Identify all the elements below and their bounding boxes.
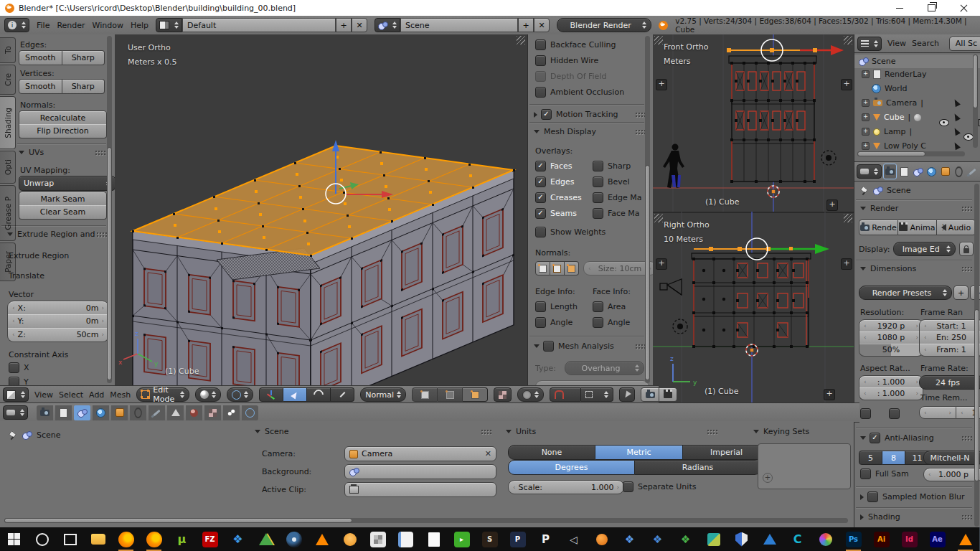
vertex-normals-toggle[interactable] — [535, 261, 550, 276]
delete-scene-button[interactable]: ✕ — [534, 18, 550, 32]
operator-panel-header[interactable]: Extrude Region and — [7, 230, 106, 239]
faces-checkbox[interactable]: Faces — [535, 161, 573, 171]
analysis-type-menu[interactable]: Overhang — [565, 361, 644, 375]
panel-grip[interactable] — [961, 435, 972, 441]
tab-render[interactable] — [883, 164, 897, 179]
panel-grip[interactable] — [635, 344, 646, 349]
task-view-button[interactable] — [56, 527, 84, 551]
tab-constraints[interactable] — [130, 405, 146, 420]
units-metric-button[interactable]: Metric — [595, 445, 683, 460]
resolution-y-field[interactable]: ‹1080 p› — [859, 331, 923, 344]
animation-button[interactable]: Anima — [898, 220, 937, 235]
panel-grip[interactable] — [95, 150, 105, 156]
show-weights-checkbox[interactable]: Show Weights — [535, 227, 606, 237]
editor-type-button[interactable] — [4, 18, 29, 32]
render-panel-header[interactable]: Render — [860, 204, 972, 213]
tab-world[interactable] — [925, 164, 938, 179]
expand-icon[interactable] — [862, 142, 870, 150]
editor-type-button[interactable] — [3, 405, 28, 420]
face-marks-checkbox[interactable]: Face Ma — [593, 208, 640, 219]
antialiasing-checkbox[interactable] — [870, 433, 880, 443]
scene-panel-header[interactable]: Scene — [255, 427, 491, 436]
filter-size-field[interactable]: ‹1.000 p› — [923, 468, 980, 481]
time-old-field[interactable]: ‹› — [919, 406, 956, 419]
bevel-checkbox[interactable]: Bevel — [593, 176, 630, 187]
opengl-animation-button[interactable] — [659, 387, 677, 402]
viewport-main[interactable]: x y z — [115, 34, 527, 385]
menu-view[interactable]: View — [34, 390, 53, 400]
limit-to-visible-toggle[interactable] — [494, 387, 512, 402]
unwrap-menu[interactable]: Unwrap — [19, 176, 116, 191]
outliner-row-cube[interactable]: Cube| — [862, 113, 921, 122]
restore-button[interactable] — [915, 0, 948, 16]
motion-blur-checkbox[interactable] — [867, 491, 878, 502]
tab-create[interactable]: Cre — [0, 65, 16, 95]
vector-y-field[interactable]: ‹Y:0m› — [7, 314, 109, 329]
tab-scene[interactable] — [912, 164, 924, 179]
expand-region-button[interactable]: + — [841, 79, 852, 90]
vector-x-field[interactable]: ‹X:0m› — [7, 301, 109, 316]
ambient-occlusion-checkbox[interactable]: Ambient Occlusion — [535, 87, 624, 98]
clear-seam-button[interactable]: Clear Seam — [19, 205, 107, 220]
illustrator-icon[interactable]: Ai — [867, 527, 895, 551]
frame-end-field[interactable]: ‹En: 250› — [919, 331, 980, 344]
panel-grip[interactable] — [707, 429, 717, 435]
display-mode-select[interactable]: All Sc — [949, 37, 980, 51]
panel-grip[interactable] — [635, 112, 646, 118]
keying-sets-list[interactable]: + — [758, 443, 851, 489]
seams-checkbox[interactable]: Seams — [535, 208, 577, 219]
manipulator-toggle[interactable] — [259, 387, 283, 402]
panel-grip[interactable] — [96, 232, 107, 237]
frame-rate-menu[interactable]: 24 fps — [919, 375, 980, 390]
aspect-y-field[interactable]: ‹: 1.000› — [859, 387, 923, 400]
selectable-icon[interactable] — [952, 127, 961, 136]
tab-options[interactable]: Opti — [0, 151, 16, 184]
proportional-edit-menu[interactable] — [517, 387, 544, 402]
pin-icon[interactable] — [860, 187, 869, 195]
menu-mesh[interactable]: Mesh — [110, 390, 131, 400]
close-button[interactable] — [948, 0, 980, 16]
add-keying-set-button[interactable]: + — [763, 473, 773, 483]
viewport-shading-menu[interactable] — [195, 387, 221, 402]
green-app-icon[interactable]: ❖ — [672, 527, 699, 551]
edge-length-checkbox[interactable]: Length — [535, 301, 578, 312]
sketchbook-icon[interactable]: S — [476, 527, 504, 551]
outliner-hscrollbar[interactable] — [857, 151, 965, 156]
after-effects-icon[interactable]: Ae — [923, 527, 951, 551]
vmware-2-icon[interactable]: ❖ — [644, 527, 672, 551]
viewport-corner-grip[interactable] — [517, 36, 525, 44]
blue-triangle-app-icon[interactable] — [755, 527, 783, 551]
units-none-button[interactable]: None — [508, 445, 595, 460]
tab-constraints[interactable] — [953, 164, 965, 179]
outliner-row-renderlayers[interactable]: RenderLay — [862, 70, 927, 79]
properties-scrollbar[interactable] — [974, 184, 979, 527]
rotation-radians-button[interactable]: Radians — [635, 460, 761, 475]
tab-modifiers[interactable] — [149, 405, 165, 420]
render-engine-select[interactable]: Blender Render — [557, 18, 651, 32]
pin-icon[interactable] — [9, 431, 17, 440]
toolshelf-scrollbar[interactable] — [107, 36, 112, 383]
p-app-icon[interactable]: P — [532, 527, 560, 551]
screen-layout-icon-button[interactable] — [156, 18, 182, 32]
hidden-wire-checkbox[interactable]: Hidden Wire — [535, 55, 598, 66]
rotate-manipulator-toggle[interactable] — [307, 387, 331, 402]
edge-marks-checkbox[interactable]: Edge Ma — [593, 192, 641, 203]
mesh-analysis-panel-header[interactable]: Mesh Analysis — [534, 341, 646, 352]
edge-select-toggle[interactable] — [438, 387, 463, 402]
edges-smooth-button[interactable]: Smooth — [19, 50, 62, 65]
selectable-icon[interactable] — [952, 113, 961, 122]
mesh-analysis-checkbox[interactable] — [543, 341, 554, 352]
minimize-button[interactable] — [883, 0, 915, 16]
vlc-2-icon[interactable] — [951, 527, 979, 551]
menu-window[interactable]: Window — [93, 21, 123, 30]
aa-samples-8[interactable]: 8 — [882, 451, 905, 465]
scene-field[interactable]: Scene — [400, 18, 518, 32]
expand-region-button[interactable]: + — [826, 199, 838, 211]
menu-file[interactable]: File — [37, 21, 50, 30]
resolution-percentage-slider[interactable]: 50% — [859, 344, 923, 357]
color-disc-app-icon[interactable] — [811, 527, 839, 551]
tab-shading-uvs[interactable]: Shading — [0, 96, 16, 149]
tab-object[interactable] — [939, 164, 951, 179]
menu-add[interactable]: Add — [89, 390, 104, 400]
scene-icon-button[interactable] — [374, 18, 400, 32]
